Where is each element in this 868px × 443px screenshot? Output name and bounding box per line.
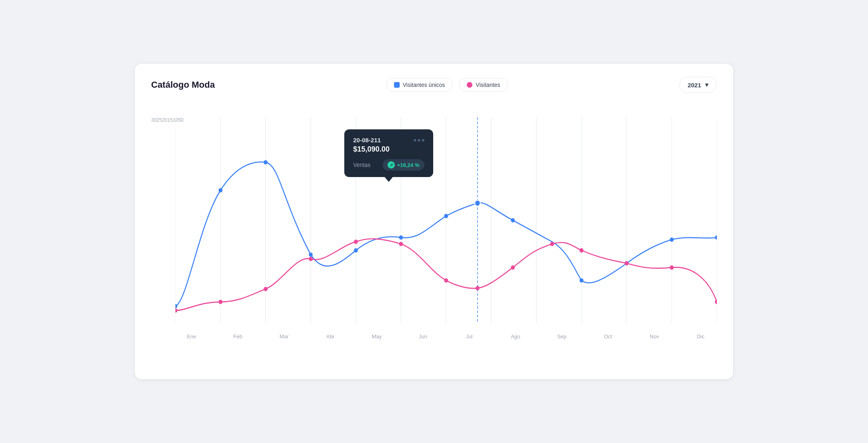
svg-point-35	[511, 266, 515, 270]
svg-point-33	[444, 278, 448, 283]
tooltip-dot-2	[418, 139, 420, 141]
legend-unique-label: Visitantes únicos	[403, 82, 445, 88]
chart-tooltip: 20-08-211 $15,090.00 Ventas ↗ +16,24 %	[344, 129, 433, 177]
svg-point-28	[219, 300, 223, 304]
tooltip-dot-3	[422, 139, 424, 141]
x-label-feb: Feb	[222, 333, 254, 340]
svg-point-39	[670, 266, 674, 270]
svg-point-37	[579, 248, 584, 253]
svg-point-36	[550, 242, 554, 246]
svg-point-17	[309, 253, 313, 257]
x-label-abr: Abr	[314, 333, 347, 340]
tooltip-badge: ↗ +16,24 %	[383, 159, 424, 171]
tooltip-footer: Ventas ↗ +16,24 %	[353, 159, 424, 171]
chart-header: Catálogo Moda Visitantes únicos Visitant…	[151, 77, 717, 93]
svg-point-19	[399, 235, 403, 240]
svg-point-29	[263, 287, 268, 291]
svg-point-18	[354, 248, 358, 253]
x-axis: Ene Feb Mar Abr May Jun Jul Ago Sep Oct …	[175, 333, 717, 340]
x-label-jul: Jul	[453, 333, 485, 340]
tooltip-price: $15,090.00	[353, 145, 424, 154]
svg-point-21	[475, 200, 480, 206]
x-label-mar: Mar	[268, 333, 300, 340]
svg-point-31	[354, 240, 358, 244]
x-label-may: May	[360, 333, 393, 340]
legend-unique-visitors[interactable]: Visitantes únicos	[386, 78, 453, 92]
svg-point-16	[263, 160, 268, 165]
legend-visitors-label: Visitantes	[476, 82, 500, 88]
x-label-jun: Jun	[407, 333, 439, 340]
svg-point-38	[625, 261, 629, 266]
svg-point-34	[476, 286, 480, 291]
tooltip-dots	[414, 139, 424, 141]
tooltip-label: Ventas	[353, 162, 371, 168]
tooltip-dot-1	[414, 139, 416, 141]
chart-svg	[175, 117, 717, 323]
svg-point-20	[444, 214, 448, 218]
chart-card: Catálogo Moda Visitantes únicos Visitant…	[135, 64, 733, 379]
svg-point-23	[579, 278, 584, 283]
x-label-nov: Nov	[638, 333, 670, 340]
svg-point-30	[309, 257, 313, 261]
chart-title: Catálogo Moda	[151, 80, 215, 90]
arrow-up-icon: ↗	[388, 161, 395, 169]
legend-dot-pink	[467, 82, 472, 88]
svg-point-40	[715, 300, 717, 304]
x-label-sep: Sep	[546, 333, 578, 340]
chart-legend: Visitantes únicos Visitantes	[386, 78, 508, 92]
svg-point-26	[715, 235, 717, 240]
tooltip-change: +16,24 %	[397, 162, 419, 168]
tooltip-header: 20-08-211	[353, 137, 424, 143]
svg-point-27	[175, 308, 177, 313]
tooltip-date: 20-08-211	[353, 137, 381, 143]
svg-point-15	[219, 188, 223, 192]
chart-area: 302520151050	[151, 105, 717, 348]
year-selector[interactable]: 2021 ▾	[679, 77, 717, 93]
x-label-ene: Ene	[175, 333, 208, 340]
legend-visitors[interactable]: Visitantes	[459, 78, 508, 92]
chevron-down-icon: ▾	[705, 81, 708, 89]
x-label-ago: Ago	[499, 333, 532, 340]
legend-dot-blue	[394, 82, 400, 88]
year-value: 2021	[688, 82, 701, 89]
x-label-oct: Oct	[592, 333, 624, 340]
svg-point-25	[670, 238, 674, 242]
svg-point-22	[511, 218, 515, 223]
x-label-dic: Dic	[685, 333, 717, 340]
svg-point-32	[399, 242, 403, 246]
